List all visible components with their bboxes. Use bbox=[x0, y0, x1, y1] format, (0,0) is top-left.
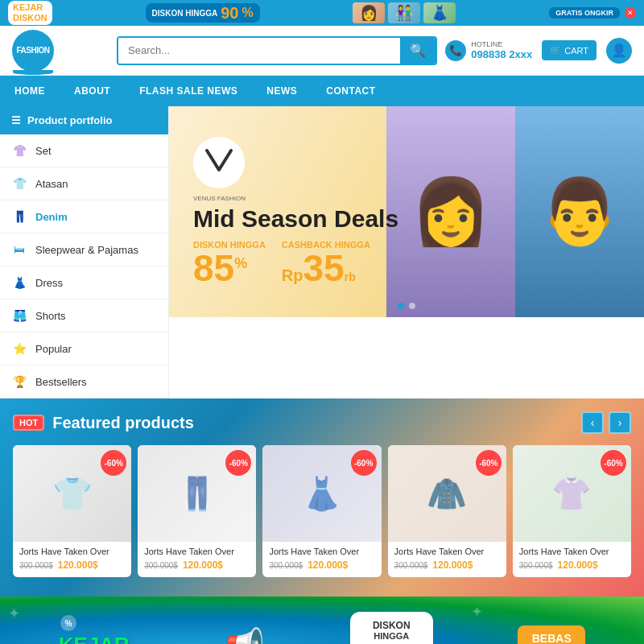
product-prices-4: 300.000$ 120.000$ bbox=[394, 559, 500, 571]
banner-logo-top: % bbox=[59, 613, 78, 633]
sidebar: ☰ Product portfolio 👚 Set 👕 Atasan 👖 Den… bbox=[0, 106, 169, 398]
banner-pct-num: 90 bbox=[366, 638, 398, 644]
sidebar-item-label: Popular bbox=[35, 343, 72, 355]
navigation: HOME ABOUT FLASH SALE NEWS NEWS CONTACT bbox=[0, 76, 644, 106]
discount-badge-3: -60% bbox=[351, 450, 377, 476]
hero-deals: DISKON HINGGA 85% CASHBACK HINGGA Rp35rb bbox=[193, 240, 398, 287]
sidebar-item-label: Atasan bbox=[35, 178, 68, 190]
product-info-2: Jorts Have Taken Over 300.000$ 120.000$ bbox=[138, 542, 256, 577]
banner-discount-box: DISKON HINGGA 90%* bbox=[350, 612, 433, 644]
clothing-icon-2: 👖 bbox=[177, 475, 217, 513]
deal2-val: Rp35rb bbox=[282, 250, 370, 287]
megaphone-icon: 📢 bbox=[225, 626, 265, 645]
new-price-4: 120.000$ bbox=[432, 559, 473, 571]
sidebar-item-sleepwear[interactable]: 🛏 Sleepwear & Pajamas bbox=[0, 233, 168, 266]
hero-content: VENUS FASHION Mid Season Deals DISKON HI… bbox=[193, 137, 398, 287]
clothing-icon-5: 👚 bbox=[551, 475, 592, 513]
new-price-1: 120.000$ bbox=[58, 559, 98, 571]
search-button[interactable]: 🔍 bbox=[400, 38, 436, 64]
nav-about[interactable]: ABOUT bbox=[60, 76, 125, 106]
product-card-1[interactable]: 👕 -60% Jorts Have Taken Over 300.000$ 12… bbox=[13, 445, 131, 577]
next-arrow[interactable]: › bbox=[609, 411, 631, 434]
denim-icon: 👖 bbox=[11, 208, 27, 225]
top-banner-promo: DISKON HINGGA 90 % bbox=[146, 3, 260, 23]
old-price-4: 300.000$ bbox=[394, 561, 428, 570]
hero-title: Mid Season Deals bbox=[193, 205, 398, 232]
user-button[interactable]: 👤 bbox=[606, 38, 632, 64]
banner-logo-section: % KEJAR DISKON bbox=[59, 613, 140, 644]
top-banner: KEJAR DISKON DISKON HINGGA 90 % 👩 👫 👗 GR… bbox=[0, 0, 644, 26]
cart-button[interactable]: 🛒 CART bbox=[542, 40, 597, 60]
phone-icon: 📞 bbox=[445, 40, 466, 61]
hero-logo-sub: VENUS FASHION bbox=[193, 195, 398, 202]
product-img-3: 👗 -60% bbox=[262, 445, 381, 542]
product-card-2[interactable]: 👖 -60% Jorts Have Taken Over 300.000$ 12… bbox=[138, 445, 256, 577]
sleepwear-icon: 🛏 bbox=[11, 242, 27, 258]
cart-label: CART bbox=[564, 46, 588, 56]
sidebar-title: Product portfolio bbox=[27, 114, 112, 126]
sidebar-item-bestsellers[interactable]: 🏆 Bestsellers bbox=[0, 365, 168, 398]
prev-arrow[interactable]: ‹ bbox=[581, 411, 604, 434]
product-card-4[interactable]: 🧥 -60% Jorts Have Taken Over 300.000$ 12… bbox=[388, 445, 506, 577]
nav-news[interactable]: NEWS bbox=[252, 76, 312, 106]
product-name-4: Jorts Have Taken Over bbox=[394, 547, 500, 556]
product-info-1: Jorts Have Taken Over 300.000$ 120.000$ bbox=[13, 542, 131, 577]
close-button[interactable]: ✕ bbox=[625, 7, 636, 19]
header-logo: FASHION bbox=[12, 30, 109, 72]
top-banner-logo: KEJAR DISKON bbox=[8, 1, 52, 25]
promo-suffix: % bbox=[242, 6, 253, 20]
sidebar-item-popular[interactable]: ⭐ Popular bbox=[0, 332, 168, 365]
top-banner-right-group: GRATIS ONGKIR ✕ bbox=[549, 7, 636, 19]
popular-icon: ⭐ bbox=[11, 341, 27, 357]
sidebar-item-denim[interactable]: 👖 Denim bbox=[0, 200, 168, 233]
sidebar-item-shorts[interactable]: 🩳 Shorts bbox=[0, 299, 168, 332]
menu-icon: ☰ bbox=[11, 114, 21, 126]
set-icon: 👚 bbox=[11, 142, 27, 159]
nav-contact[interactable]: CONTACT bbox=[312, 76, 390, 106]
product-card-3[interactable]: 👗 -60% Jorts Have Taken Over 300.000$ 12… bbox=[262, 445, 381, 577]
product-name-1: Jorts Have Taken Over bbox=[19, 547, 125, 556]
discount-badge-5: -60% bbox=[601, 450, 626, 476]
deal2-prefix: Rp bbox=[282, 266, 303, 284]
new-price-3: 120.000$ bbox=[308, 559, 348, 571]
old-price-3: 300.000$ bbox=[269, 561, 303, 570]
dot-2[interactable] bbox=[409, 303, 415, 309]
sidebar-item-label: Bestsellers bbox=[35, 376, 87, 388]
dot-1[interactable] bbox=[398, 303, 404, 309]
deal2-number: 35 bbox=[303, 247, 345, 289]
shorts-icon: 🩳 bbox=[11, 308, 27, 324]
promo-text: DISKON HINGGA bbox=[152, 9, 218, 18]
hero-people: 👩 👨 bbox=[386, 106, 644, 317]
nav-home[interactable]: HOME bbox=[0, 76, 60, 106]
clothing-icon-3: 👗 bbox=[302, 475, 342, 513]
sidebar-item-dress[interactable]: 👗 Dress bbox=[0, 266, 168, 299]
product-prices-2: 300.000$ 120.000$ bbox=[144, 559, 250, 571]
discount-badge-4: -60% bbox=[476, 450, 502, 476]
sidebar-item-atasan[interactable]: 👕 Atasan bbox=[0, 167, 168, 200]
sidebar-item-label: Sleepwear & Pajamas bbox=[35, 244, 138, 256]
hot-badge: HOT bbox=[13, 415, 44, 431]
banner-img-3: 👗 bbox=[423, 2, 456, 23]
bottom-banner: ✦ ✧ ✦ % KEJAR DISKON 📢 DISKON HINGGA 90%… bbox=[0, 597, 644, 644]
products-grid: 👕 -60% Jorts Have Taken Over 300.000$ 12… bbox=[13, 445, 631, 577]
banner-kejar: KEJAR bbox=[59, 634, 130, 644]
product-info-4: Jorts Have Taken Over 300.000$ 120.000$ bbox=[388, 542, 506, 577]
hero-banner: VENUS FASHION Mid Season Deals DISKON HI… bbox=[169, 106, 644, 317]
free-shipping-badge: GRATIS ONGKIR bbox=[549, 7, 620, 19]
old-price-2: 300.000$ bbox=[144, 561, 178, 570]
sidebar-item-set[interactable]: 👚 Set bbox=[0, 134, 168, 167]
product-card-5[interactable]: 👚 -60% Jorts Have Taken Over 300.000$ 12… bbox=[513, 445, 631, 577]
logo-text: FASHION bbox=[17, 46, 50, 55]
featured-header: HOT Featured products ‹ › bbox=[13, 411, 631, 434]
product-img-2: 👖 -60% bbox=[138, 445, 256, 542]
banner-images: 👩 👫 👗 bbox=[353, 2, 456, 23]
sidebar-item-label: Denim bbox=[35, 211, 68, 223]
nav-flash-sale[interactable]: FLASH SALE NEWS bbox=[125, 76, 252, 106]
search-input[interactable] bbox=[118, 38, 400, 64]
banner-bebas-ongkir: BEBAS ONGKIR bbox=[518, 625, 585, 644]
hotline-number: 098838 2xxx bbox=[471, 48, 532, 60]
logo-circle: FASHION bbox=[12, 30, 54, 72]
main-content: ☰ Product portfolio 👚 Set 👕 Atasan 👖 Den… bbox=[0, 106, 644, 398]
product-img-5: 👚 -60% bbox=[513, 445, 631, 542]
deal2-sub: rb bbox=[345, 270, 356, 283]
